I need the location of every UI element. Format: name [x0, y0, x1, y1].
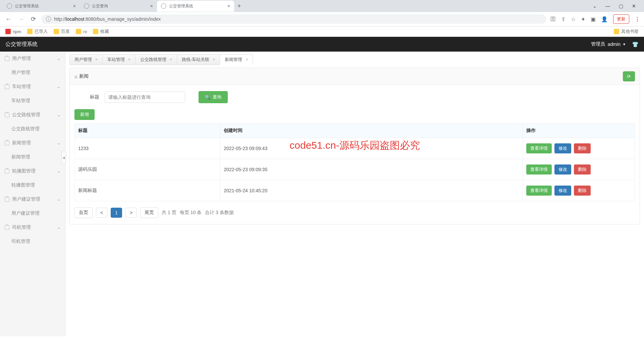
column-time: 创建时间: [220, 124, 523, 138]
page-next-button[interactable]: >: [125, 208, 137, 218]
column-ops: 操作: [523, 124, 635, 138]
search-button[interactable]: 🔍 查询: [199, 91, 228, 103]
sidebar-item[interactable]: 新闻管理: [0, 150, 65, 164]
page-number-button[interactable]: 1: [111, 208, 122, 218]
bookmark-npm[interactable]: npm: [5, 29, 21, 34]
key-icon[interactable]: ⚿: [550, 16, 556, 22]
add-button[interactable]: 新增: [74, 109, 95, 120]
close-icon[interactable]: ×: [95, 57, 98, 62]
share-icon[interactable]: ⇪: [561, 16, 566, 22]
window-dropdown-icon[interactable]: ⌄: [591, 2, 598, 10]
menu-icon[interactable]: ⋮: [635, 16, 640, 22]
app-body: 用户管理⌄用户管理车站管理⌄车站管理公交路线管理⌄公交路线管理新闻管理⌄新闻管理…: [0, 52, 644, 336]
edit-button[interactable]: 修改: [554, 164, 571, 175]
tab-title: 公交管理系统: [169, 3, 225, 9]
new-tab-button[interactable]: +: [234, 1, 245, 11]
back-button[interactable]: ←: [4, 14, 13, 24]
sidebar-group-header[interactable]: 用户管理⌄: [0, 52, 65, 66]
bookmark-other[interactable]: 其他书签: [614, 28, 639, 34]
close-icon[interactable]: ×: [73, 3, 76, 9]
view-button[interactable]: 查看详情: [526, 164, 552, 175]
bag-icon: [5, 56, 9, 61]
content-tab-label: 车站管理: [107, 57, 125, 63]
page-first-button[interactable]: 首页: [74, 207, 93, 218]
sidebar-group-label: 车站管理: [12, 84, 31, 90]
content-tab[interactable]: 公交路线管理×: [135, 54, 177, 65]
folder-icon: [54, 29, 59, 34]
sidebar-item[interactable]: 车站管理: [0, 94, 65, 108]
page-prev-button[interactable]: <: [96, 208, 107, 218]
content-tab[interactable]: 新闻管理×: [220, 54, 253, 65]
sidebar-item[interactable]: 用户管理: [0, 66, 65, 80]
search-input[interactable]: [105, 91, 185, 103]
url-text: http://localhost:8080/bus_manage_sys/adm…: [54, 16, 161, 22]
minimize-icon[interactable]: —: [604, 2, 611, 10]
cell-time: 2021-05-24 10:45:20: [220, 180, 523, 201]
user-menu[interactable]: 管理员 admin ▾: [591, 41, 625, 47]
extension-icon[interactable]: ✦: [581, 16, 585, 22]
theme-icon[interactable]: 👕: [632, 41, 639, 48]
content-tab-label: 路线-车站关联: [182, 57, 209, 63]
user-role: 管理员: [591, 41, 605, 47]
refresh-icon: ⟳: [627, 74, 631, 79]
chevron-down-icon: ⌄: [57, 225, 60, 230]
delete-button[interactable]: 删除: [574, 186, 591, 196]
view-button[interactable]: 查看详情: [526, 186, 552, 196]
browser-tab-active[interactable]: 公交管理系统 ×: [157, 1, 234, 12]
reload-button[interactable]: ⟳: [30, 14, 37, 24]
delete-button[interactable]: 删除: [574, 143, 591, 153]
browser-tab[interactable]: 公交管理系统 ×: [3, 1, 80, 12]
pagination: 首页 < 1 > 尾页 共 1 页 每页 10 条 合计 3 条数据: [70, 201, 640, 224]
content-tab[interactable]: 车站管理×: [102, 54, 136, 65]
search-row: 标题 🔍 查询: [70, 85, 640, 109]
close-icon[interactable]: ×: [128, 57, 130, 62]
edit-button[interactable]: 修改: [554, 143, 571, 153]
panel-icon[interactable]: ▣: [591, 16, 596, 22]
sidebar-group-header[interactable]: 司机管理⌄: [0, 220, 65, 234]
content-tab[interactable]: 用户管理×: [69, 54, 103, 65]
close-icon[interactable]: ×: [213, 57, 215, 62]
sidebar-collapse-handle[interactable]: ◀: [61, 151, 66, 164]
forward-button[interactable]: →: [17, 14, 25, 24]
sidebar-group-header[interactable]: 轮播图管理⌄: [0, 164, 65, 178]
close-icon[interactable]: ×: [246, 57, 248, 62]
refresh-button[interactable]: ⟳: [623, 71, 635, 81]
update-button[interactable]: 更新: [613, 14, 629, 24]
sidebar-group-header[interactable]: 公交路线管理⌄: [0, 108, 65, 122]
cell-title: 新闻标题: [75, 180, 220, 201]
site-info-icon[interactable]: i: [46, 16, 51, 22]
bookmark-rx[interactable]: rx: [76, 29, 87, 34]
sidebar-group-label: 新闻管理: [12, 140, 31, 146]
url-input[interactable]: i http://localhost:8080/bus_manage_sys/a…: [41, 14, 546, 24]
close-icon[interactable]: ×: [170, 57, 172, 62]
bookmark-imported[interactable]: 已导入: [27, 28, 48, 34]
address-bar: ← → ⟳ i http://localhost:8080/bus_manage…: [0, 12, 644, 26]
sidebar-item[interactable]: 轮播图管理: [0, 178, 65, 192]
bookmark-fav[interactable]: 收藏: [93, 28, 109, 34]
close-icon[interactable]: ×: [227, 3, 230, 9]
content-tab[interactable]: 路线-车站关联×: [177, 54, 220, 65]
browser-tab[interactable]: 公交查询 ×: [80, 1, 157, 12]
profile-icon[interactable]: 👤: [601, 16, 608, 22]
chevron-down-icon: ▾: [623, 42, 625, 47]
close-icon[interactable]: ×: [150, 3, 153, 9]
app-header: 公交管理系统 管理员 admin ▾ 👕: [0, 37, 644, 52]
sidebar-group-header[interactable]: 车站管理⌄: [0, 80, 65, 94]
page-last-button[interactable]: 尾页: [140, 207, 158, 218]
sidebar-item[interactable]: 司机管理: [0, 234, 65, 249]
edit-button[interactable]: 修改: [554, 186, 571, 196]
globe-icon: [84, 3, 89, 9]
panel-header: ⌂ 新闻 ⟳: [70, 68, 640, 85]
delete-button[interactable]: 删除: [574, 164, 591, 175]
sidebar-group-header[interactable]: 新闻管理⌄: [0, 136, 65, 150]
folder-icon: [27, 29, 33, 34]
sidebar-group-header[interactable]: 用户建议管理⌄: [0, 192, 65, 206]
sidebar-item[interactable]: 用户建议管理: [0, 206, 65, 220]
star-icon[interactable]: ☆: [571, 16, 576, 22]
sidebar-item[interactable]: 公交路线管理: [0, 122, 65, 136]
close-window-icon[interactable]: ✕: [631, 2, 637, 10]
maximize-icon[interactable]: ▢: [618, 2, 625, 10]
bookmark-baidu[interactable]: 百度: [54, 28, 70, 34]
globe-icon: [161, 3, 166, 9]
view-button[interactable]: 查看详情: [526, 143, 552, 153]
